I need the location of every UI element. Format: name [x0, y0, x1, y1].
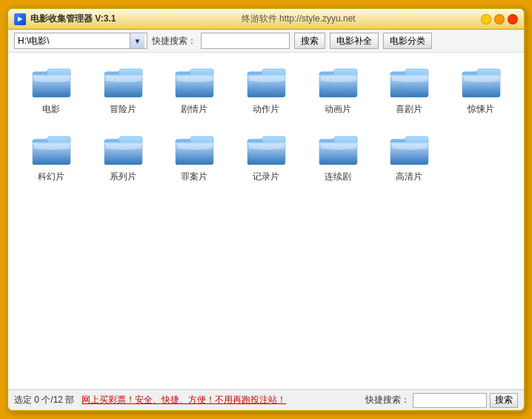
folder-label-adventure: 冒险片: [110, 103, 136, 116]
folder-label-documentary: 记录片: [253, 171, 279, 183]
folder-grid: 电影 冒险片: [16, 60, 516, 188]
folder-label-hd: 高清片: [396, 171, 422, 183]
folder-label-action: 动作片: [253, 103, 279, 116]
folder-item-scifi[interactable]: 科幻片: [16, 128, 87, 188]
folder-item-crime[interactable]: 罪案片: [159, 128, 230, 188]
search-button[interactable]: 搜索: [294, 33, 325, 49]
folder-item-thriller[interactable]: 惊悚片: [445, 60, 516, 120]
folder-icon-adventure: [103, 65, 143, 100]
folder-icon-continuous: [318, 132, 358, 168]
folder-icon-action: [246, 65, 286, 100]
folder-icon-animation: [318, 65, 358, 100]
folder-icon-scifi: [31, 132, 71, 168]
folder-label-thriller: 惊悚片: [468, 103, 494, 116]
folder-item-adventure[interactable]: 冒险片: [87, 60, 159, 120]
folder-icon-thriller: [461, 65, 501, 100]
folder-item-documentary[interactable]: 记录片: [230, 128, 302, 188]
window-controls: [481, 14, 518, 24]
folder-icon-comedy: [389, 65, 429, 100]
center-text: 终游软件 http://style.zyyu.net: [242, 13, 356, 24]
folder-item-movies[interactable]: 电影: [16, 60, 87, 120]
status-link[interactable]: 网上买彩票！安全、快捷、方便！不用再跑投注站！: [82, 394, 358, 406]
folder-item-hd[interactable]: 高清片: [373, 128, 445, 188]
folder-item-drama[interactable]: 剧情片: [159, 60, 230, 120]
folder-icon-drama: [174, 65, 214, 100]
status-bar: 选定 0 个/12 部 网上买彩票！安全、快捷、方便！不用再跑投注站！ 快捷搜索…: [8, 389, 524, 410]
status-search-input[interactable]: [413, 393, 487, 408]
quick-search-label: 快捷搜索：: [152, 35, 196, 47]
folder-icon-movies: [31, 65, 71, 100]
status-quick-search-label: 快捷搜索：: [365, 394, 410, 406]
folder-icon-documentary: [246, 132, 286, 168]
title-center: 终游软件 http://style.zyyu.net: [242, 13, 356, 25]
folder-label-scifi: 科幻片: [38, 171, 64, 183]
folder-icon-series: [103, 132, 143, 168]
folder-item-animation[interactable]: 动画片: [302, 60, 373, 120]
status-search-button[interactable]: 搜索: [490, 393, 518, 408]
close-button[interactable]: [508, 14, 518, 24]
status-right: 快捷搜索： 搜索: [365, 393, 518, 408]
minimize-button[interactable]: [481, 14, 491, 24]
folder-label-crime: 罪案片: [181, 171, 207, 183]
folder-label-animation: 动画片: [325, 103, 351, 116]
app-icon: ▶: [14, 13, 26, 25]
quick-search-input[interactable]: [201, 33, 290, 49]
status-text: 选定 0 个/12 部: [14, 394, 74, 406]
folder-item-series[interactable]: 系列片: [87, 128, 159, 188]
maximize-button[interactable]: [494, 14, 505, 24]
folder-label-drama: 剧情片: [181, 103, 207, 116]
folder-label-comedy: 喜剧片: [396, 103, 422, 116]
title-left: ▶ 电影收集管理器 V:3.1: [14, 13, 116, 25]
folder-icon-hd: [389, 132, 429, 168]
app-title: 电影收集管理器 V:3.1: [30, 13, 116, 25]
folder-label-movies: 电影: [42, 103, 60, 116]
title-bar: ▶ 电影收集管理器 V:3.1 终游软件 http://style.zyyu.n…: [8, 9, 524, 30]
folder-item-continuous[interactable]: 连续剧: [302, 128, 373, 188]
main-window: ▶ 电影收集管理器 V:3.1 终游软件 http://style.zyyu.n…: [7, 7, 525, 412]
main-content: 电影 冒险片: [8, 53, 524, 389]
path-dropdown-button[interactable]: ▼: [130, 33, 144, 48]
folder-label-series: 系列片: [110, 171, 136, 183]
category-button[interactable]: 电影分类: [383, 33, 432, 49]
path-input[interactable]: [15, 36, 130, 46]
supplement-button[interactable]: 电影补全: [330, 33, 379, 49]
folder-icon-crime: [174, 132, 214, 168]
toolbar: ▼ 快捷搜索： 搜索 电影补全 电影分类: [8, 30, 524, 53]
folder-item-comedy[interactable]: 喜剧片: [373, 60, 445, 120]
folder-item-action[interactable]: 动作片: [230, 60, 302, 120]
path-input-container: ▼: [14, 33, 147, 49]
folder-label-continuous: 连续剧: [325, 171, 351, 183]
